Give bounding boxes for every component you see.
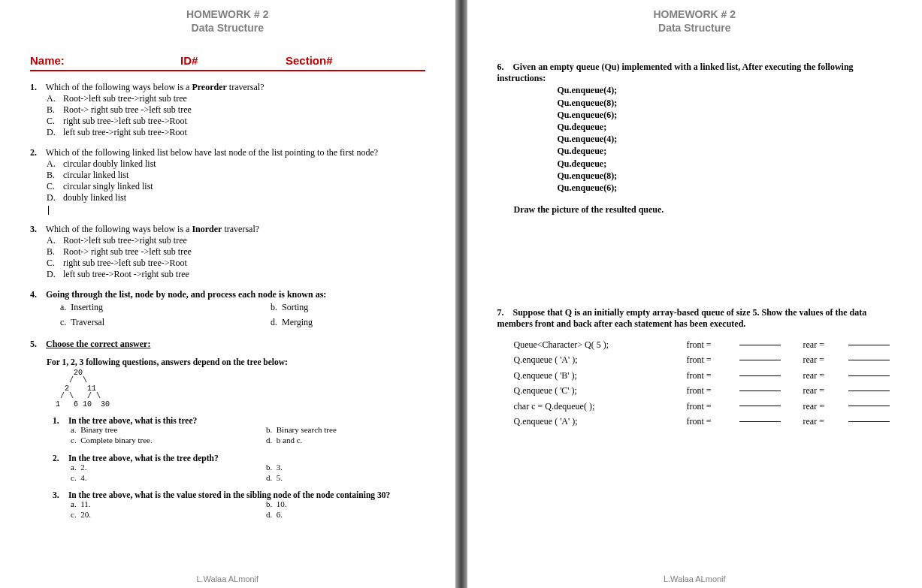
blank-line	[848, 399, 890, 407]
header-subtitle: Data Structure	[497, 21, 893, 35]
blank-line	[739, 383, 781, 391]
q7-number: 7.	[497, 307, 511, 318]
q3-number: 3.	[30, 224, 44, 235]
header-title: HOMEWORK # 2	[30, 8, 425, 21]
blank-line	[739, 368, 781, 376]
page-divider	[455, 0, 467, 588]
table-row: char c = Q.dequeue( ); front = rear =	[514, 399, 893, 414]
q5-sub2: 2. In the tree above, what is the tree d…	[53, 454, 425, 484]
question-6: 6. Given an empty queue (Qu) implemented…	[497, 62, 893, 216]
q5-sub1: 1. In the tree above, what is this tree?…	[53, 416, 425, 446]
q4-text: Going through the list, node by node, an…	[46, 289, 326, 300]
page-footer: L.Walaa ALmonif	[30, 568, 425, 583]
q4-options: a. Inserting b. Sorting c. Traversal d. …	[60, 300, 425, 329]
blank-line	[848, 368, 890, 376]
q3-text: Which of the following ways below is a I…	[46, 224, 259, 234]
q6-number: 6.	[497, 62, 511, 73]
q2-text: Which of the following linked list below…	[46, 147, 378, 158]
q5-sub3: 3. In the tree above, what is the value …	[53, 490, 425, 520]
q6-text: Given an empty queue (Qu) implemented wi…	[497, 62, 854, 83]
blank-line	[739, 414, 781, 422]
q1-text: Which of the following ways below is a P…	[46, 82, 265, 92]
blank-line	[848, 352, 890, 360]
student-info-row: Name: ID# Section#	[30, 54, 425, 67]
red-rule	[30, 70, 425, 71]
q5-number: 5.	[30, 339, 44, 350]
q1-options: A.Root->left sub tree->right sub tree B.…	[47, 93, 425, 138]
tree-diagram: 20 / \ 2 11 / \ / \ 1 6 10 30	[47, 369, 425, 409]
question-5: 5. Choose the correct answer: For 1, 2, …	[30, 339, 425, 520]
table-row: Q.enqueue ( 'B' ); front = rear =	[514, 368, 893, 383]
q1-number: 1.	[30, 82, 44, 93]
question-3: 3. Which of the following ways below is …	[30, 224, 425, 280]
page-header: HOMEWORK # 2 Data Structure	[30, 8, 425, 35]
table-row: Queue<Character> Q( 5 ); front = rear =	[514, 337, 893, 352]
page-2: HOMEWORK # 2 Data Structure 6. Given an …	[467, 0, 923, 588]
question-1: 1. Which of the following ways below is …	[30, 82, 425, 138]
page-1: HOMEWORK # 2 Data Structure Name: ID# Se…	[0, 0, 455, 588]
name-label: Name:	[30, 54, 180, 67]
q3-options: A.Root->left sub tree->right sub tree B.…	[47, 235, 425, 280]
q4-number: 4.	[30, 289, 44, 300]
header-title: HOMEWORK # 2	[497, 8, 893, 21]
section-label: Section#	[286, 54, 333, 67]
q7-table: Queue<Character> Q( 5 ); front = rear = …	[514, 337, 893, 429]
question-2: 2. Which of the following linked list be…	[30, 147, 425, 215]
page-header: HOMEWORK # 2 Data Structure	[497, 8, 893, 35]
text-cursor	[48, 206, 49, 215]
blank-line	[739, 399, 781, 407]
blank-line	[848, 383, 890, 391]
q2-number: 2.	[30, 147, 44, 158]
blank-line	[848, 337, 890, 345]
q5-subheader: For 1, 2, 3 following questions, answers…	[47, 357, 425, 366]
q6-code: Qu.enqueue(4); Qu.enqueue(8); Qu.enqueue…	[558, 84, 893, 194]
q5-head: Choose the correct answer:	[46, 339, 150, 349]
table-row: Q.enqueue ( 'A' ); front = rear =	[514, 352, 893, 367]
page-footer: L.Walaa ALmonif	[497, 568, 893, 583]
q7-text: Suppose that Q is an initially empty arr…	[497, 307, 867, 329]
header-subtitle: Data Structure	[30, 21, 425, 35]
q2-options: A.circular doubly linked list B.circular…	[47, 158, 425, 215]
id-label: ID#	[180, 54, 286, 67]
question-4: 4. Going through the list, node by node,…	[30, 289, 425, 329]
blank-line	[739, 352, 781, 360]
blank-line	[739, 337, 781, 345]
table-row: Q.enqueue ( 'C' ); front = rear =	[514, 383, 893, 398]
table-row: Q.enqueue ( 'A' ); front = rear =	[514, 414, 893, 429]
blank-line	[848, 414, 890, 422]
q6-draw: Draw the picture of the resulted queue.	[514, 204, 893, 216]
question-7: 7. Suppose that Q is an initially empty …	[497, 307, 893, 429]
